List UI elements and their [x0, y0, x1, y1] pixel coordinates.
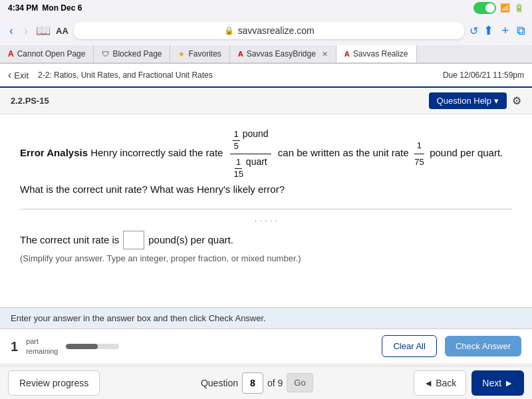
fraction-rate: 1 5 pound 1 15 quart	[230, 128, 271, 180]
browser-chrome: ‹ › 📖 AA 🔒 savvasrealize.com ↺ ⬆ + ⧉ A C…	[0, 16, 532, 64]
problem-intro: Henry incorrectly said the rate	[90, 147, 225, 158]
tab-easybridge[interactable]: A Savvas EasyBridge ✕	[230, 45, 336, 63]
next-arrow-icon: ►	[504, 378, 513, 388]
clear-all-button[interactable]: Clear All	[382, 335, 436, 357]
section-divider	[20, 209, 512, 209]
tab-label-easybridge: Savvas EasyBridge	[247, 49, 316, 59]
wifi-icon: 📶	[500, 3, 510, 13]
tab-label-cannot-open: Cannot Open Page	[17, 49, 86, 59]
due-date: Due 12/06/21 11:59pm	[443, 70, 524, 80]
answer-input[interactable]	[123, 231, 144, 249]
back-label: Back	[436, 378, 456, 388]
share-button[interactable]: ⬆	[483, 23, 493, 38]
tab-icon-favorites: ★	[178, 50, 185, 59]
part-number: 1	[11, 340, 18, 353]
part-label: part	[26, 336, 58, 346]
app-header: ‹ Exit 2-2: Ratios, Unit Rates, and Frac…	[0, 64, 532, 88]
question-nav-label: Question	[201, 378, 238, 388]
question-id: 2.2.PS-15	[11, 96, 49, 106]
exit-label: Exit	[14, 70, 29, 80]
next-label: Next	[482, 378, 501, 388]
next-button[interactable]: Next ►	[471, 370, 524, 396]
tab-label-realize: Savvas Realize	[353, 49, 408, 59]
settings-button[interactable]: ⚙	[512, 94, 521, 107]
footer-nav: Review progress Question 8 of 9 Go ◄ Bac…	[0, 366, 532, 399]
toggle-knob	[485, 3, 495, 13]
tab-label-favorites: Favorites	[188, 49, 221, 59]
dots-separator: · · · · ·	[20, 215, 512, 225]
question-nav: Question 8 of 9 Go	[201, 372, 313, 394]
part-info: part remaining	[26, 336, 58, 356]
progress-bar-fill	[66, 344, 98, 349]
back-button[interactable]: ◄ Back	[414, 370, 466, 396]
text-size-button[interactable]: AA	[56, 26, 68, 36]
tab-cannot-open[interactable]: A Cannot Open Page	[0, 45, 94, 63]
bookmarks-icon: 📖	[36, 23, 51, 38]
answer-line: The correct unit rate is pound(s) per qu…	[20, 231, 512, 249]
problem-middle: can be written as the unit rate	[278, 147, 412, 158]
nav-bar: ‹ › 📖 AA 🔒 savvasrealize.com ↺ ⬆ + ⧉	[0, 16, 532, 45]
lock-icon: 🔒	[224, 26, 234, 35]
simplify-note: (Simplify your answer. Type an integer, …	[20, 253, 512, 263]
tab-favorites[interactable]: ★ Favorites	[170, 45, 229, 63]
tab-close-easybridge[interactable]: ✕	[322, 50, 328, 59]
question-number-display: 8	[242, 372, 263, 394]
time-display: 4:34 PM	[8, 3, 38, 13]
problem-text: Error Analysis Henry incorrectly said th…	[20, 128, 512, 198]
answer-line-mid: pound(s) per quart.	[148, 234, 233, 245]
progress-bar	[66, 344, 119, 349]
fraction-denominator-1: 1 15 quart	[230, 154, 271, 180]
error-analysis-label: Error Analysis	[20, 147, 88, 158]
fraction-numerator-1: 1 5 pound	[230, 128, 271, 154]
breadcrumb: 2-2: Ratios, Unit Rates, and Fractional …	[38, 70, 213, 80]
tab-icon-blocked: 🛡	[102, 50, 109, 58]
instruction-text: Enter your answer in the answer box and …	[11, 313, 266, 323]
check-answer-button[interactable]: Check Answer	[445, 336, 521, 356]
browser-actions: ⬆ + ⧉	[483, 23, 525, 38]
tab-label-blocked: Blocked Page	[112, 49, 162, 59]
tab-realize[interactable]: A Savvas Realize	[336, 45, 417, 63]
tab-icon-cannot-open: A	[8, 49, 14, 59]
go-button[interactable]: Go	[287, 373, 313, 392]
unit-rate-fraction: 1 75	[414, 138, 424, 170]
back-arrow-icon: ◄	[424, 378, 433, 388]
content-area: Error Analysis Henry incorrectly said th…	[0, 114, 532, 307]
url-bar[interactable]: 🔒 savvasrealize.com	[74, 22, 465, 39]
answer-line-start: The correct unit rate is	[20, 234, 119, 245]
question-help-button[interactable]: Question Help ▾	[429, 92, 507, 109]
date-display: Mon Dec 6	[42, 3, 82, 13]
tabs-bar: A Cannot Open Page 🛡 Blocked Page ★ Favo…	[0, 45, 532, 63]
action-bar: 1 part remaining Clear All Check Answer	[0, 329, 532, 364]
question-header: 2.2.PS-15 Question Help ▾ ⚙	[0, 88, 532, 114]
tab-blocked[interactable]: 🛡 Blocked Page	[94, 45, 170, 63]
part-indicator: 1	[11, 340, 18, 353]
question-help-label: Question Help	[437, 96, 491, 106]
reload-button[interactable]: ↺	[469, 25, 478, 37]
tab-icon-realize: A	[344, 50, 350, 58]
gear-icon: ⚙	[512, 95, 521, 106]
nav-buttons: ◄ Back Next ►	[414, 370, 524, 396]
instruction-bar: Enter your answer in the answer box and …	[0, 307, 532, 329]
forward-nav-button[interactable]: ›	[21, 24, 31, 38]
remaining-label: remaining	[26, 346, 58, 356]
toggle-switch[interactable]	[473, 2, 496, 14]
exit-chevron-icon: ‹	[8, 69, 11, 81]
battery-icon: 🔋	[514, 3, 524, 13]
tab-icon-easybridge: A	[238, 50, 243, 58]
back-nav-button[interactable]: ‹	[7, 24, 16, 38]
url-text: savvasrealize.com	[238, 25, 315, 36]
exit-button[interactable]: ‹ Exit	[8, 69, 29, 81]
tabs-button[interactable]: ⧉	[517, 24, 525, 38]
add-tab-button[interactable]: +	[501, 24, 509, 38]
dropdown-icon: ▾	[494, 96, 499, 106]
review-progress-button[interactable]: Review progress	[8, 370, 100, 396]
status-bar: 4:34 PM Mon Dec 6 📶 🔋	[0, 0, 532, 16]
total-questions: of 9	[267, 378, 283, 388]
